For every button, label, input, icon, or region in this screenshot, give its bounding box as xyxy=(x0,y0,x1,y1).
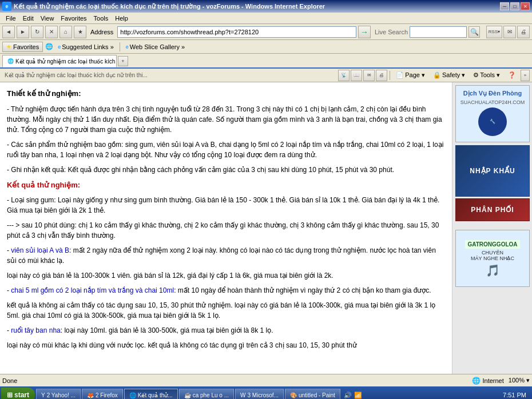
globe-icon: 🌐 xyxy=(472,377,481,385)
suggested-links[interactable]: e Suggested Links » xyxy=(55,43,116,50)
para-3: - Ghi nhận kết quả: Kết quả được ghi nhậ… xyxy=(7,165,445,175)
result-2: --- > sau 10 phút dùng: chị 1 ko cảm thấ… xyxy=(7,220,445,241)
taskbar-firefox[interactable]: 🦊 2 Firefox xyxy=(82,389,123,399)
results-title: Kết quả thử nghiệm: xyxy=(7,179,445,191)
time-display: 7:51 PM xyxy=(503,392,526,398)
menu-file[interactable]: File xyxy=(2,14,19,23)
taskbar-yahoo[interactable]: Y 2 Yahoo! ... xyxy=(36,389,81,399)
menu-view[interactable]: View xyxy=(37,14,58,23)
safety-menu-button[interactable]: 🔒 Safety ▾ xyxy=(430,70,469,81)
zoom-label: 100% ▾ xyxy=(509,377,530,384)
search-go-button[interactable]: 🔍 xyxy=(469,26,480,38)
taskbar: ⊞ start Y 2 Yahoo! ... 🦊 2 Firefox 🌐 Kết… xyxy=(0,386,532,399)
tools-icon: ⚙ xyxy=(473,71,479,79)
address-bar: ◄ ► ↻ ✕ ⌂ ★ Address → Live Search 🔍 RSS▾… xyxy=(0,24,532,40)
favorites-star[interactable]: ★ xyxy=(74,26,86,38)
page-label: Page ▾ xyxy=(405,71,425,79)
favorites-button[interactable]: ★ Favorites xyxy=(2,42,43,52)
mail-button[interactable]: ✉ xyxy=(503,26,516,38)
active-tab[interactable]: 🌐 Kết quả thử nghiệm các loại thuốc kích… xyxy=(2,55,117,67)
go-button[interactable]: → xyxy=(358,26,371,38)
help-button[interactable]: ❓ xyxy=(505,70,519,81)
start-button[interactable]: ⊞ start xyxy=(1,388,35,399)
taskbar-ie[interactable]: 🌐 Kết quả thử... xyxy=(124,389,178,399)
status-bar: Done 🌐 Internet 100% ▾ xyxy=(0,374,532,386)
menu-bar: File Edit View Favorites Tools Help xyxy=(0,13,532,24)
rss-feed-button[interactable]: 📡 xyxy=(338,70,350,81)
result-1: - Loại sing gum: Loại này giống y như si… xyxy=(7,195,445,216)
refresh-button[interactable]: ↻ xyxy=(31,26,43,38)
print-button[interactable]: 🖨 xyxy=(517,26,530,38)
word-icon: W xyxy=(240,392,245,398)
address-label: Address xyxy=(88,29,116,35)
tab-bar: 🌐 Kết quả thử nghiệm các loại thuốc kích… xyxy=(0,54,532,69)
link-a-b[interactable]: viên sủi loại A và B xyxy=(11,246,69,254)
address-input[interactable] xyxy=(117,26,356,38)
nhap-khau-text: NHẬP KHẨU xyxy=(470,167,515,175)
title-bar: e Kết quả thử nghiệm các loại thuốc kích… xyxy=(0,0,532,13)
result-4: loại này có giá bán lẻ là 100-300k 1 viê… xyxy=(7,270,445,281)
paint-icon: 🎨 xyxy=(290,392,297,398)
menu-tools[interactable]: Tools xyxy=(90,14,112,23)
separator-2 xyxy=(390,71,390,80)
web-slice-gallery[interactable]: e Web Slice Gallery » xyxy=(124,43,187,50)
search-input[interactable] xyxy=(410,26,467,38)
ie-icon-small2: e xyxy=(126,44,129,50)
feeds-button[interactable]: RSS▾ xyxy=(486,26,502,38)
cafe-icon: ☕ xyxy=(184,392,191,398)
para-2: - Các sản phẩm thử nghiệm bao gồm: sing … xyxy=(7,139,445,160)
menu-favorites[interactable]: Favorites xyxy=(57,14,90,23)
zone-indicator: 🌐 Internet xyxy=(472,377,503,385)
ad-2[interactable]: GATRONGGOLOA CHUYÊN MÁY NGHE NHẠC 🎵 xyxy=(455,230,530,287)
cafe-label: ca phe Lu o ... xyxy=(193,392,229,398)
ie-icon: e xyxy=(2,2,11,11)
menu-edit[interactable]: Edit xyxy=(19,14,37,23)
home-button[interactable]: ⌂ xyxy=(59,26,72,38)
window-controls[interactable]: ─ □ ✕ xyxy=(500,2,530,10)
right-sidebar: Dịch Vụ Đèn Phòng SUACHUALATOP24H.COM 🔧 … xyxy=(452,82,532,374)
stop-button[interactable]: ✕ xyxy=(45,26,58,38)
content-area: Thiết kế thử nghiệm: - Thử nghiệm được t… xyxy=(0,82,452,374)
ad-1[interactable]: Dịch Vụ Đèn Phòng SUACHUALATOP24H.COM 🔧 xyxy=(455,85,530,142)
read-button[interactable]: 📖 xyxy=(351,70,362,81)
tab-icon: 🌐 xyxy=(7,58,14,64)
ad-phan-phoi[interactable]: PHÂN PHỐI xyxy=(455,198,530,221)
forward-button[interactable]: ► xyxy=(17,26,29,38)
close-button[interactable]: ✕ xyxy=(521,2,530,10)
ie-logo-small: 🌐 xyxy=(45,43,53,50)
ie-label: Kết quả thử... xyxy=(138,392,173,398)
minimize-button[interactable]: ─ xyxy=(500,2,509,10)
spacer xyxy=(452,222,532,227)
window-title: Kết quả thử nghiệm các loại thuốc kích d… xyxy=(14,3,325,10)
separator-1 xyxy=(120,42,120,51)
yahoo-icon: Y xyxy=(41,392,45,398)
result-6: kết quả là không ai cảm thấy có tác dụng… xyxy=(7,300,445,321)
tab-label: Kết quả thử nghiệm các loại thuốc kích d… xyxy=(15,58,117,65)
mail-toolbar-button[interactable]: ✉ xyxy=(363,70,375,81)
back-button[interactable]: ◄ xyxy=(2,26,15,38)
maximize-button[interactable]: □ xyxy=(510,2,519,10)
print-toolbar-button[interactable]: 🖨 xyxy=(376,70,387,81)
firefox-label: 2 Firefox xyxy=(96,392,118,398)
link-chai[interactable]: chai 5 ml gồm có 2 loại nắp tím và trắng… xyxy=(11,286,174,294)
page-menu-button[interactable]: 📄 Page ▾ xyxy=(392,70,428,81)
menu-help[interactable]: Help xyxy=(112,14,132,23)
taskbar-word[interactable]: W 3 Microsof... xyxy=(235,389,284,399)
clock[interactable]: 7:51 PM xyxy=(498,392,531,398)
link-ruoi[interactable]: ruổi tây ban nha xyxy=(11,326,60,334)
favorites-bar: ★ Favorites 🌐 e Suggested Links » e Web … xyxy=(0,40,532,54)
taskbar-cafe[interactable]: ☕ ca phe Lu o ... xyxy=(179,389,234,399)
ad-nhap-khau[interactable]: NHẬP KHẨU xyxy=(455,145,530,197)
zoom-control[interactable]: 100% ▾ xyxy=(509,377,530,384)
result-7: - ruổi tây ban nha: loại này 10ml. giá b… xyxy=(7,325,445,336)
system-tray: 🔊 📶 xyxy=(342,392,364,399)
safety-label: Safety ▾ xyxy=(442,71,465,79)
more-options-button[interactable]: » xyxy=(521,70,530,81)
help-icon: ❓ xyxy=(508,71,516,79)
tray-network: 🔊 xyxy=(344,392,352,399)
tools-menu-button[interactable]: ⚙ Tools ▾ xyxy=(470,70,503,81)
suggested-links-label: Suggested Links » xyxy=(62,43,114,50)
new-tab-button[interactable]: + xyxy=(118,56,128,66)
ie-taskbar-icon: 🌐 xyxy=(129,392,136,398)
taskbar-paint[interactable]: 🎨 untitled - Paint xyxy=(285,389,340,399)
